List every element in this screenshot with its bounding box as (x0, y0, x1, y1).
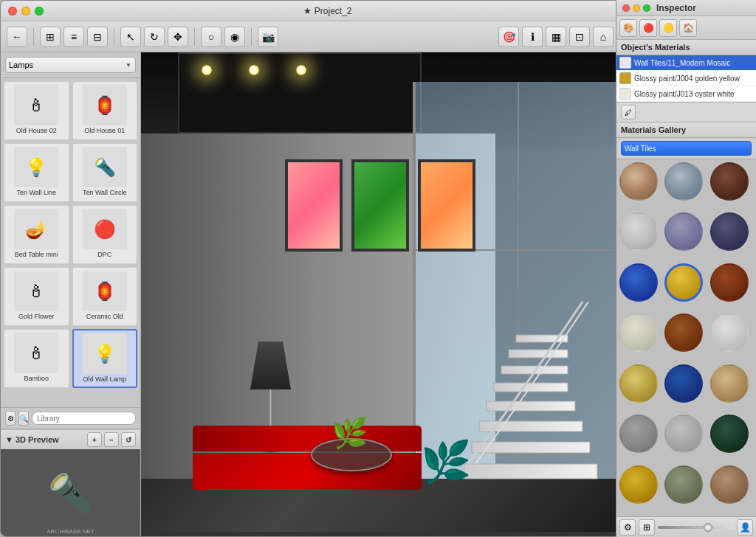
table-view-button[interactable]: ⊟ (87, 27, 108, 47)
objects-button[interactable]: 🎯 (498, 27, 519, 47)
eyedropper-button[interactable]: 🖊 (621, 105, 636, 119)
item-label: Old Wall Lamp (83, 375, 126, 383)
inspector-panel: Inspector 🎨 🔴 🟡 🏠 Object's Materials Wal… (616, 0, 756, 537)
search-input[interactable] (32, 412, 136, 425)
svg-rect-6 (509, 350, 568, 358)
list-item[interactable]: 🏮 Ceramic Old (72, 267, 138, 326)
move-tool-button[interactable]: ✥ (168, 27, 188, 47)
list-item[interactable]: 🕯 Gold Flower (4, 267, 69, 326)
gallery-grid (616, 159, 756, 516)
toolbar-sep-1 (33, 28, 34, 46)
inspector-minimize[interactable] (633, 4, 640, 12)
gallery-swatch[interactable] (619, 212, 658, 251)
camera-button[interactable]: 📷 (258, 27, 278, 47)
rotate-tool-button[interactable]: ↻ (144, 27, 165, 47)
gallery-swatch[interactable] (710, 364, 749, 403)
item-label: Old House 01 (84, 127, 125, 134)
item-thumb: 🏮 (83, 271, 127, 311)
inspector-maximize[interactable] (643, 4, 650, 12)
list-item[interactable]: 🔦 Ten Wall Circle (72, 143, 138, 202)
zoom-out-button[interactable]: − (104, 432, 119, 447)
opacity-slider-thumb[interactable] (704, 523, 712, 532)
settings-button[interactable]: ⚙ (5, 411, 16, 426)
item-label: Bed Table mini (15, 251, 58, 258)
list-item[interactable]: 🕯 Bamboo (4, 329, 69, 388)
minimize-button[interactable] (21, 7, 30, 15)
gallery-swatch[interactable] (710, 162, 749, 201)
gallery-swatch[interactable] (710, 212, 749, 251)
material-item[interactable]: Glossy paint/J013 oyster white (616, 86, 756, 102)
zoom-in-button[interactable]: + (87, 432, 102, 447)
svg-rect-0 (464, 464, 597, 479)
search-toggle-button[interactable]: 🔍 (18, 411, 29, 426)
maximize-button[interactable] (35, 7, 44, 15)
gallery-swatch[interactable] (710, 415, 749, 453)
category-selector: Lamps Furniture Windows Doors Stairs ▼ (1, 52, 140, 78)
inspector-tool-4[interactable]: 🏠 (679, 19, 697, 37)
cursor-tool-button[interactable]: ↖ (120, 27, 141, 47)
view-2d-button[interactable]: ▦ (546, 27, 566, 47)
gallery-title: Materials Gallery (621, 125, 752, 134)
eye-tool-button[interactable]: ◉ (224, 27, 245, 47)
list-item[interactable]: 🪔 Bed Table mini (4, 205, 69, 264)
gallery-swatch[interactable] (619, 313, 658, 352)
gallery-filter-dropdown[interactable]: Wall Tiles Paint Wood Metal Stone (621, 141, 752, 156)
ceiling-light-1 (202, 65, 212, 75)
inspector-tool-1[interactable]: 🎨 (619, 19, 637, 37)
info-button[interactable]: ℹ (522, 27, 543, 47)
grid-view-icon[interactable]: ⊞ (639, 519, 655, 536)
list-view-button[interactable]: ≡ (63, 27, 84, 47)
opacity-slider-track[interactable] (658, 526, 734, 529)
grid-view-button[interactable]: ⊞ (40, 27, 61, 47)
circle-tool-button[interactable]: ○ (201, 27, 221, 47)
stairs-svg (464, 243, 605, 501)
material-item[interactable]: Wall Tiles/11_Modern Mosaic (616, 55, 756, 71)
inspector-tool-2[interactable]: 🔴 (639, 19, 657, 37)
gallery-swatch-selected[interactable] (664, 263, 703, 302)
gallery-swatch[interactable] (619, 364, 658, 403)
settings-gear-button[interactable]: ⚙ (619, 519, 636, 536)
gallery-swatch[interactable] (664, 162, 703, 201)
gallery-swatch[interactable] (710, 313, 749, 352)
gallery-swatch[interactable] (664, 364, 703, 403)
person-icon[interactable]: 👤 (737, 519, 753, 536)
item-thumb: 🔦 (83, 147, 127, 187)
window-title: ★ Project_2 (44, 6, 612, 16)
category-dropdown[interactable]: Lamps Furniture Windows Doors Stairs (5, 57, 136, 73)
inspector-title-bar: Inspector (616, 0, 756, 16)
gallery-swatch[interactable] (619, 263, 658, 302)
back-button[interactable]: ← (7, 27, 27, 47)
material-item[interactable]: Glossy paint/J004 golden yellow (616, 71, 756, 86)
gallery-swatch[interactable] (664, 415, 703, 453)
material-swatch (619, 72, 631, 84)
materials-section-header: Object's Materials (616, 40, 756, 55)
material-label: Wall Tiles/11_Modern Mosaic (634, 59, 730, 67)
item-label: Bamboo (24, 375, 49, 382)
view-3d-button[interactable]: ⊡ (569, 27, 590, 47)
gallery-swatch[interactable] (619, 465, 658, 504)
list-item[interactable]: 🏮 Old House 01 (72, 81, 138, 140)
preview-header[interactable]: ▼ 3D Preview + − ↺ (1, 429, 140, 449)
gallery-swatch[interactable] (664, 313, 703, 352)
inspector-traffic-lights (622, 4, 650, 12)
preview-rotate-button[interactable]: ↺ (121, 432, 136, 447)
scene-render: 🌿 (141, 52, 619, 537)
gallery-swatch[interactable] (619, 162, 658, 201)
main-3d-view[interactable]: 🌿 (141, 52, 619, 537)
gallery-swatch[interactable] (664, 212, 703, 251)
gallery-swatch[interactable] (710, 465, 749, 504)
gallery-swatch[interactable] (619, 415, 658, 453)
close-button[interactable] (8, 7, 17, 15)
gallery-swatch[interactable] (664, 465, 703, 504)
h-scrollbar[interactable] (141, 532, 619, 537)
list-item[interactable]: 💡 Ten Wall Line (4, 143, 69, 202)
list-item[interactable]: 🔴 DPC (72, 205, 138, 264)
inspector-close[interactable] (622, 4, 630, 12)
list-item[interactable]: 🕯 Old House 02 (4, 81, 69, 140)
inspector-tool-3[interactable]: 🟡 (659, 19, 677, 37)
item-thumb: 🕯 (14, 333, 58, 373)
material-label: Glossy paint/J004 golden yellow (634, 75, 740, 83)
list-item[interactable]: 💡 Old Wall Lamp (72, 329, 138, 388)
gallery-swatch[interactable] (710, 263, 749, 302)
home-button[interactable]: ⌂ (593, 27, 614, 47)
